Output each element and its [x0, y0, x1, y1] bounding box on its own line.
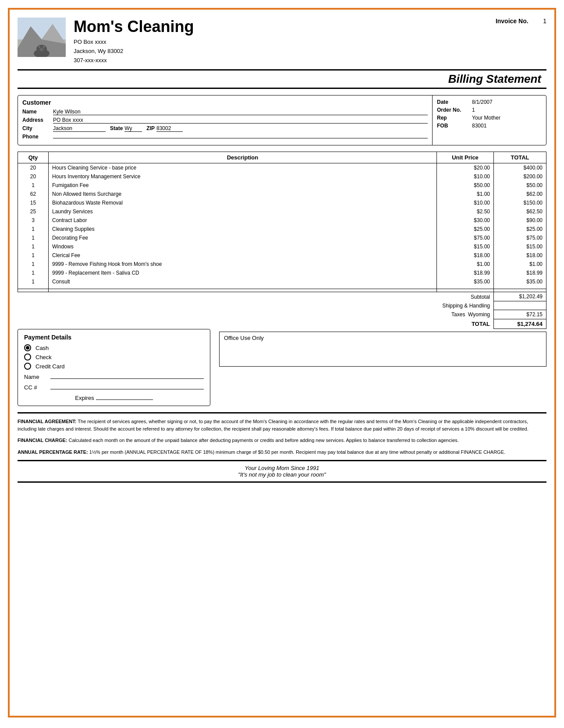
subtotal-row: Subtotal $1,202.49 [18, 292, 546, 301]
unit-price-cell: $1.00 [437, 260, 494, 269]
total-cell: $35.00 [494, 277, 546, 286]
desc-cell: 9999 - Remove Fishing Hook from Mom's sh… [49, 260, 437, 269]
svg-point-8 [39, 46, 40, 48]
customer-phone-value [53, 138, 428, 138]
radio-cash-inner [26, 346, 29, 350]
total-cell: $150.00 [494, 198, 546, 207]
financial-agreement-text: The recipient of services agrees, whethe… [18, 419, 529, 431]
taxes-value: $72.15 [494, 310, 546, 319]
annual-rate: ANNUAL PERCENTAGE RATE: 1½% per month (A… [18, 449, 546, 456]
logo-image [18, 18, 66, 57]
desc-cell: Contract Labor [49, 216, 437, 225]
footer-line2: "It's not my job to clean your room" [18, 471, 546, 478]
date-label: Date [437, 99, 472, 105]
qty-cell: 1 [18, 181, 49, 190]
qty-cell: 15 [18, 198, 49, 207]
customer-phone-row: Phone [22, 134, 428, 140]
qty-cell: 1 [18, 225, 49, 233]
office-use-label: Office Use Only [224, 335, 264, 341]
rep-value: Your Mother [472, 115, 500, 121]
order-value: 1 [472, 107, 475, 113]
order-row: Order No. 1 [437, 107, 542, 113]
invoice-number: 1 [543, 18, 546, 25]
company-address-line3: 307-xxx-xxxx [74, 56, 459, 65]
grand-total-label: TOTAL [437, 319, 494, 329]
desc-cell: Biohazardous Waste Removal [49, 198, 437, 207]
footer: Your Loving Mom Since 1991 "It's not my … [18, 460, 546, 483]
svg-point-9 [43, 46, 45, 48]
radio-credit[interactable] [24, 363, 31, 370]
payment-label-check: Check [35, 354, 52, 360]
taxes-label: Taxes Wyoming [437, 310, 494, 319]
table-row: 1 Windows $15.00 $15.00 [18, 242, 546, 251]
header: Mom's Cleaning PO Box xxxx Jackson, Wy 8… [18, 18, 546, 65]
table-row: 25 Laundry Services $2.50 $62.50 [18, 207, 546, 216]
qty-cell: 1 [18, 242, 49, 251]
unit-price-cell: $10.00 [437, 198, 494, 207]
financial-charge-label: FINANCIAL CHARGE: [18, 438, 67, 443]
cc-field-line[interactable] [50, 382, 204, 389]
qty-cell: 1 [18, 251, 49, 260]
expires-line[interactable] [96, 393, 153, 400]
taxes-row: Taxes Wyoming $72.15 [18, 310, 546, 319]
payment-option-credit[interactable]: Credit Card [24, 363, 204, 370]
name-field-line[interactable] [50, 372, 204, 379]
financial-agreement: FINANCIAL AGREEMENT: The recipient of se… [18, 418, 546, 432]
date-value: 8/1/2007 [472, 99, 493, 105]
order-label: Order No. [437, 107, 472, 113]
city-label: City [22, 125, 53, 131]
state-label: State [110, 125, 123, 131]
invoice-number-block: Invoice No. 1 [459, 18, 546, 25]
grand-total-value: $1,274.64 [494, 319, 546, 329]
unit-price-cell: $20.00 [437, 163, 494, 173]
cc-field-label: CC # [24, 384, 50, 391]
total-cell: $62.00 [494, 190, 546, 198]
table-row: 1 Decorating Fee $75.00 $75.00 [18, 233, 546, 242]
total-cell: $200.00 [494, 172, 546, 181]
annual-rate-label: ANNUAL PERCENTAGE RATE: [18, 449, 88, 455]
customer-name-row: Name Kyle Wilson [22, 109, 428, 115]
table-row: 1 9999 - Replacement Item - Saliva CD $1… [18, 269, 546, 277]
company-name: Mom's Cleaning [74, 18, 459, 36]
shipping-value [494, 301, 546, 310]
total-cell: $1.00 [494, 260, 546, 269]
total-cell: $50.00 [494, 181, 546, 190]
qty-cell: 1 [18, 269, 49, 277]
name-field-row: Name [24, 372, 204, 380]
unit-price-cell: $18.00 [437, 251, 494, 260]
total-cell: $18.99 [494, 269, 546, 277]
payment-option-check[interactable]: Check [24, 353, 204, 360]
customer-section-title: Customer [22, 99, 428, 106]
table-header-row: Qty Description Unit Price TOTAL [18, 152, 546, 163]
date-row: Date 8/1/2007 [437, 99, 542, 105]
radio-cash[interactable] [24, 344, 31, 351]
order-info-section: Date 8/1/2007 Order No. 1 Rep Your Mothe… [432, 95, 546, 145]
name-field-label: Name [24, 374, 50, 380]
office-use-box: Office Use Only [219, 332, 546, 367]
expires-row: Expires [24, 393, 204, 401]
payment-label-cash: Cash [35, 345, 49, 351]
payment-label-credit: Credit Card [35, 363, 64, 370]
customer-address-row: Address PO Box xxxx [22, 117, 428, 124]
table-row: 3 Contract Labor $30.00 $90.00 [18, 216, 546, 225]
unit-price-header: Unit Price [437, 152, 494, 163]
qty-header: Qty [18, 152, 49, 163]
bottom-section: Payment Details Cash Check Credit Card N… [18, 329, 546, 406]
payment-option-cash[interactable]: Cash [24, 344, 204, 351]
radio-check[interactable] [24, 353, 31, 360]
table-row: 62 Non Allowed Items Surcharge $1.00 $62… [18, 190, 546, 198]
qty-cell: 1 [18, 277, 49, 286]
shipping-row: Shipping & Handling [18, 301, 546, 310]
description-header: Description [49, 152, 437, 163]
fob-value: 83001 [472, 123, 486, 129]
invoice-container: Mom's Cleaning PO Box xxxx Jackson, Wy 8… [8, 8, 556, 717]
company-address-line1: PO Box xxxx [74, 38, 459, 47]
customer-name-value: Kyle Wilson [53, 109, 428, 115]
billing-title-row: Billing Statement [18, 69, 546, 89]
financial-charge: FINANCIAL CHARGE: Calculated each month … [18, 437, 546, 444]
desc-cell: Consult [49, 277, 437, 286]
desc-cell: 9999 - Replacement Item - Saliva CD [49, 269, 437, 277]
svg-point-10 [39, 48, 44, 51]
totals-area: Office Use Only [219, 329, 546, 406]
unit-price-cell: $2.50 [437, 207, 494, 216]
